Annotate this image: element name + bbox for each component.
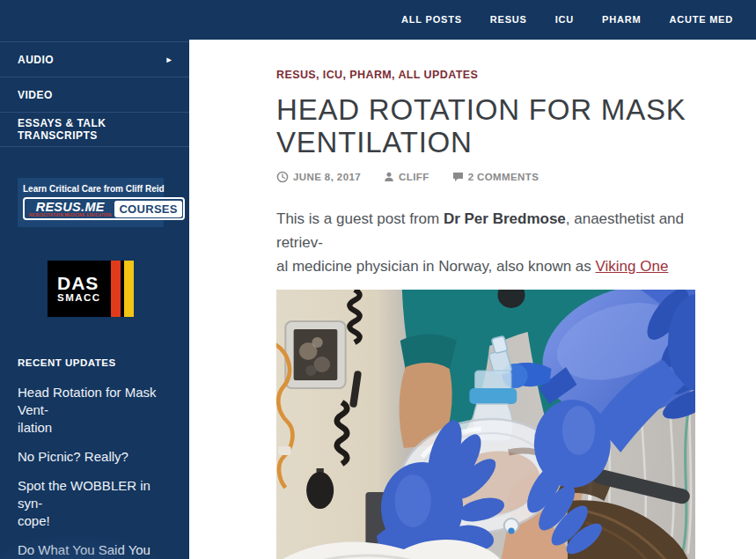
topnav-all-posts[interactable]: ALL POSTS (387, 0, 476, 40)
post-author-label: CLIFF (399, 172, 429, 182)
das-smacc-yellow-stripe (124, 261, 134, 317)
sidebar-item-essays[interactable]: ESSAYS & TALK TRANSCRIPTS (0, 112, 189, 147)
post-comments-label: 2 COMMENTS (468, 172, 539, 182)
resusme-brand-subtext: RESUSCITATION MEDICINE EDUCATION (29, 213, 111, 217)
recent-link-wobbler[interactable]: Spot the WOBBLER in syn- cope! (18, 477, 173, 530)
intro-lead: This is a guest post from (276, 210, 444, 227)
user-icon (384, 172, 394, 182)
intro-author-name: Dr Per Bredmose (444, 210, 566, 227)
sidebar-item-audio[interactable]: AUDIO ▸ (0, 41, 189, 77)
post-date-label: JUNE 8, 2017 (293, 172, 361, 182)
recent-link-no-picnic[interactable]: No Picnic? Really? (18, 448, 173, 466)
recent-updates-widget: RECENT UPDATES Head Rotation for Mask Ve… (18, 357, 173, 559)
top-navigation-bar: ALL POSTS RESUS ICU PHARM ACUTE MED (0, 0, 756, 40)
comment-icon (452, 172, 464, 182)
sidebar-item-video-label: VIDEO (18, 89, 53, 101)
das-smacc-text: DAS SMACC (48, 261, 111, 317)
das-smacc-red-stripe (111, 261, 121, 317)
chevron-right-icon: ▸ (166, 55, 172, 64)
resusme-brand: RESUS.ME RESUSCITATION MEDICINE EDUCATIO… (26, 200, 114, 217)
recent-link-head-rotation[interactable]: Head Rotation for Mask Vent- ilation (18, 384, 173, 437)
main-content: RESUS, ICU, PHARM, ALL UPDATES HEAD ROTA… (189, 40, 756, 559)
das-smacc-line1: DAS (57, 274, 111, 292)
post-author[interactable]: CLIFF (384, 172, 429, 182)
recent-updates-heading: RECENT UPDATES (18, 357, 173, 368)
sidebar-item-video[interactable]: VIDEO (0, 77, 189, 112)
post-title: HEAD ROTATION FOR MASK VENTILATION (276, 93, 695, 158)
sidebar-item-audio-label: AUDIO (18, 54, 54, 66)
recent-link-do-what-you-said[interactable]: Do What You Said You Were Going To Do! (18, 541, 173, 559)
sidebar: AUDIO ▸ VIDEO ESSAYS & TALK TRANSCRIPTS … (0, 0, 189, 559)
post-categories[interactable]: RESUS, ICU, PHARM, ALL UPDATES (276, 69, 478, 81)
resusme-logo: RESUS.ME RESUSCITATION MEDICINE EDUCATIO… (23, 197, 185, 220)
clock-icon (276, 171, 289, 183)
topnav-pharm[interactable]: PHARM (588, 0, 655, 40)
post-comments[interactable]: 2 COMMENTS (452, 172, 539, 182)
das-smacc-line2: SMACC (57, 292, 111, 304)
topnav-acute-med[interactable]: ACUTE MED (655, 0, 747, 40)
post-article: RESUS, ICU, PHARM, ALL UPDATES HEAD ROTA… (276, 66, 695, 559)
topnav-resus[interactable]: RESUS (476, 0, 541, 40)
post-image (276, 290, 695, 559)
post-photo-illustration (276, 290, 695, 559)
post-date: JUNE 8, 2017 (276, 171, 361, 183)
das-smacc-logo[interactable]: DAS SMACC (48, 261, 134, 317)
viking-one-link[interactable]: Viking One (596, 258, 669, 275)
courses-tagline: Learn Critical Care from Cliff Reid (23, 184, 158, 194)
resusme-courses-banner[interactable]: Learn Critical Care from Cliff Reid RESU… (18, 178, 164, 227)
resusme-brand-text: RESUS.ME (36, 201, 105, 213)
sidebar-item-essays-label: ESSAYS & TALK TRANSCRIPTS (18, 117, 172, 142)
courses-label: COURSES (114, 201, 181, 217)
post-intro-paragraph: This is a guest post from Dr Per Bredmos… (276, 207, 695, 278)
post-meta: JUNE 8, 2017 CLIFF 2 COMMENTS (276, 171, 695, 183)
sidebar-nav: AUDIO ▸ VIDEO ESSAYS & TALK TRANSCRIPTS (0, 41, 189, 147)
topnav-icu[interactable]: ICU (541, 0, 588, 40)
